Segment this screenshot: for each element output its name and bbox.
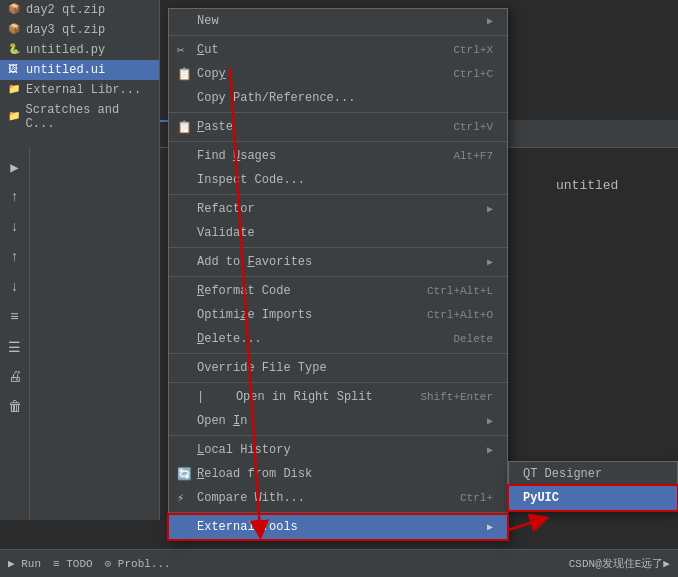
untitled-label: untitled [556, 178, 618, 193]
file-tree-item-untitled-ui[interactable]: 🖼 untitled.ui [0, 60, 159, 80]
folder-icon: 📁 [8, 83, 22, 97]
menu-item-local-history[interactable]: Local History ▶ [169, 438, 507, 462]
sidebar-diff-icon[interactable]: ≡ [4, 306, 26, 328]
menu-item-cut[interactable]: ✂ Cut Ctrl+X [169, 38, 507, 62]
submenu-arrow-icon: ▶ [487, 444, 493, 456]
menu-separator [169, 35, 507, 36]
menu-item-open-right-split[interactable]: | Open in Right Split Shift+Enter [169, 385, 507, 409]
reload-icon: 🔄 [177, 467, 192, 482]
menu-item-override-filetype[interactable]: Override File Type [169, 356, 507, 380]
left-sidebar: ▶ ↑ ↓ ↑ ↓ ≡ ☰ 🖨 🗑 [0, 148, 30, 520]
context-menu: New ▶ ✂ Cut Ctrl+X 📋 Copy Ctrl+C Copy Pa… [168, 8, 508, 540]
sidebar-delete-icon[interactable]: 🗑 [4, 396, 26, 418]
sidebar-down2-icon[interactable]: ↓ [4, 276, 26, 298]
zip-icon: 📦 [8, 3, 22, 17]
cut-icon: ✂ [177, 43, 184, 58]
menu-item-open-in[interactable]: Open In ▶ [169, 409, 507, 433]
menu-item-inspect-code[interactable]: Inspect Code... [169, 168, 507, 192]
status-csdn: CSDN@发现住E远了▶ [569, 556, 670, 571]
menu-separator [169, 276, 507, 277]
menu-item-optimize-imports[interactable]: Optimize Imports Ctrl+Alt+O [169, 303, 507, 327]
submenu-arrow-icon: ▶ [487, 15, 493, 27]
submenu-arrow-icon: ▶ [487, 203, 493, 215]
compare-icon: ⚡ [177, 491, 184, 506]
status-problems[interactable]: ⊙ Probl... [105, 557, 171, 570]
sidebar-run-icon[interactable]: ▶ [4, 156, 26, 178]
python-icon: 🐍 [8, 43, 22, 57]
menu-item-reformat[interactable]: Reformat Code Ctrl+Alt+L [169, 279, 507, 303]
menu-item-new[interactable]: New ▶ [169, 9, 507, 33]
menu-item-paste[interactable]: 📋 Paste Ctrl+V [169, 115, 507, 139]
menu-item-copy[interactable]: 📋 Copy Ctrl+C [169, 62, 507, 86]
menu-item-validate[interactable]: Validate [169, 221, 507, 245]
status-run[interactable]: ▶ Run [8, 557, 41, 570]
menu-item-delete[interactable]: Delete... Delete [169, 327, 507, 351]
menu-item-find-usages[interactable]: Find Usages Alt+F7 [169, 144, 507, 168]
menu-separator [169, 435, 507, 436]
file-tree-item-scratches[interactable]: 📁 Scratches and C... [0, 100, 159, 134]
menu-item-reload-disk[interactable]: 🔄 Reload from Disk [169, 462, 507, 486]
file-tree-item[interactable]: 📦 day2 qt.zip [0, 0, 159, 20]
menu-separator [169, 194, 507, 195]
file-tree-item[interactable]: 📦 day3 qt.zip [0, 20, 159, 40]
sidebar-print-icon[interactable]: 🖨 [4, 366, 26, 388]
menu-item-copy-path[interactable]: Copy Path/Reference... [169, 86, 507, 110]
menu-separator [169, 512, 507, 513]
menu-separator [169, 141, 507, 142]
submenu-arrow-icon: ▶ [487, 415, 493, 427]
submenu-item-qt-designer[interactable]: QT Designer [509, 462, 677, 486]
menu-item-refactor[interactable]: Refactor ▶ [169, 197, 507, 221]
status-bar: ▶ Run ≡ TODO ⊙ Probl... CSDN@发现住E远了▶ [0, 549, 678, 577]
menu-item-add-favorites[interactable]: Add to Favorites ▶ [169, 250, 507, 274]
zip-icon: 📦 [8, 23, 22, 37]
file-tree-item[interactable]: 🐍 untitled.py [0, 40, 159, 60]
file-tree-item-external-lib[interactable]: 📁 External Libr... [0, 80, 159, 100]
menu-separator [169, 112, 507, 113]
menu-separator [169, 353, 507, 354]
sidebar-up2-icon[interactable]: ↑ [4, 246, 26, 268]
external-tools-label: External Tools [197, 520, 298, 534]
ui-icon: 🖼 [8, 63, 22, 77]
menu-separator [169, 247, 507, 248]
status-todo[interactable]: ≡ TODO [53, 558, 93, 570]
sidebar-list-icon[interactable]: ☰ [4, 336, 26, 358]
menu-separator [169, 382, 507, 383]
submenu-item-pyuic[interactable]: PyUIC [509, 486, 677, 510]
menu-item-compare-with[interactable]: ⚡ Compare With... Ctrl+ [169, 486, 507, 510]
external-tools-submenu: QT Designer PyUIC [508, 461, 678, 511]
menu-item-external-tools[interactable]: External Tools ▶ [169, 515, 507, 539]
copy-icon: 📋 [177, 67, 192, 82]
sidebar-down-icon[interactable]: ↓ [4, 216, 26, 238]
submenu-arrow-icon: ▶ [487, 521, 493, 533]
submenu-arrow-icon: ▶ [487, 256, 493, 268]
paste-icon: 📋 [177, 120, 192, 135]
folder-icon: 📁 [8, 110, 22, 124]
sidebar-up-icon[interactable]: ↑ [4, 186, 26, 208]
